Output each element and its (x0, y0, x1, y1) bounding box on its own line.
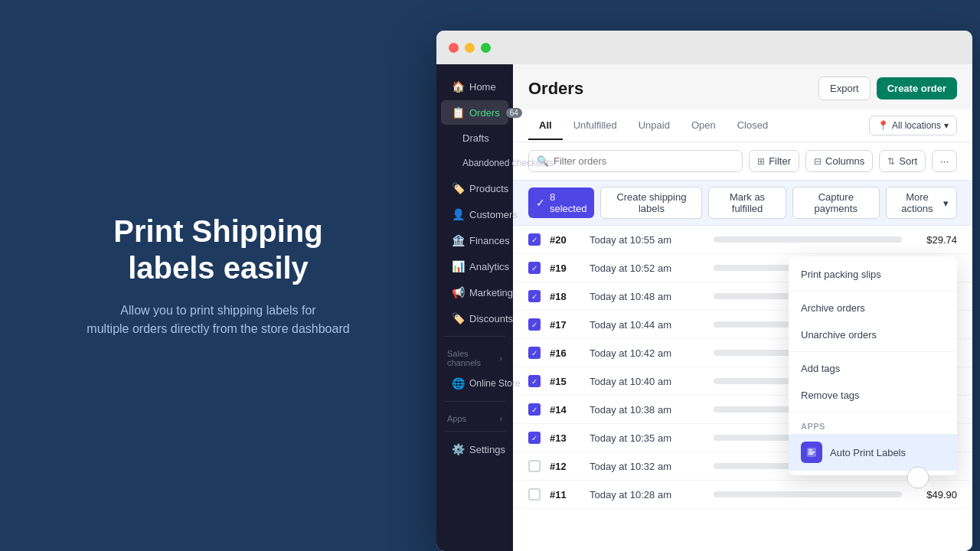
row-checkbox[interactable] (528, 460, 541, 472)
browser-window: 🏠 Home 📋 Orders 64 Drafts Abandoned chec… (436, 31, 972, 551)
order-number: #16 (550, 347, 580, 359)
sidebar-item-finances[interactable]: 🏦 Finances (441, 228, 508, 253)
order-number: #13 (550, 432, 580, 444)
row-checkbox[interactable]: ✓ (528, 375, 541, 387)
sort-button[interactable]: ⇅ Sort (879, 150, 926, 172)
filter-icon: ⊞ (757, 156, 765, 167)
sidebar-item-analytics[interactable]: 📊 Analytics (441, 254, 508, 279)
sidebar-label-discounts: Discounts (469, 313, 513, 324)
auto-print-app-icon (801, 442, 822, 463)
tab-unpaid[interactable]: Unpaid (628, 112, 681, 140)
columns-icon: ⊟ (814, 156, 822, 167)
order-time: Today at 10:42 am (590, 347, 704, 359)
sidebar-item-customers[interactable]: 👤 Customers (441, 202, 508, 227)
tab-open[interactable]: Open (681, 112, 727, 140)
sidebar-section-apps: Apps › (436, 406, 513, 426)
columns-label: Columns (825, 155, 864, 167)
mark-fulfilled-button[interactable]: Mark as fulfilled (708, 187, 786, 219)
online-store-icon: 🌐 (452, 377, 465, 390)
orders-icon: 📋 (452, 106, 465, 119)
order-number: #17 (550, 319, 580, 331)
location-label: All locations (892, 120, 941, 131)
customers-icon: 👤 (452, 208, 465, 220)
order-time: Today at 10:35 am (590, 432, 704, 444)
auto-print-labels-item[interactable]: Auto Print Labels (789, 434, 957, 471)
sidebar-item-marketing[interactable]: 📢 Marketing (441, 280, 508, 305)
row-checkbox[interactable]: ✓ (528, 262, 541, 274)
dropdown-item-archive[interactable]: Archive orders (789, 295, 957, 321)
location-filter-button[interactable]: 📍 All locations ▾ (869, 116, 957, 135)
sidebar-item-discounts[interactable]: 🏷️ Discounts (441, 306, 508, 331)
row-checkbox[interactable]: ✓ (528, 403, 541, 416)
apps-chevron-icon: › (500, 415, 502, 423)
tab-all[interactable]: All (528, 112, 563, 140)
orders-toolbar: 🔍 ⊞ Filter ⊟ Columns ⇅ Sort ··· (513, 142, 972, 181)
minimize-dot[interactable] (465, 43, 475, 53)
home-icon: 🏠 (452, 80, 465, 93)
dropdown-item-print-packing[interactable]: Print packing slips (789, 261, 957, 288)
hero-title: Print Shipping labels easily (113, 213, 322, 286)
sidebar-divider-2 (444, 401, 505, 402)
apps-section-label: APPS (789, 416, 957, 434)
sidebar-item-orders[interactable]: 📋 Orders 64 (441, 100, 508, 125)
sidebar-item-products[interactable]: 🏷️ Products (441, 176, 508, 201)
order-time: Today at 10:32 am (590, 461, 704, 472)
row-checkbox[interactable]: ✓ (528, 318, 541, 331)
close-dot[interactable] (449, 43, 459, 53)
dropdown-item-remove-tags[interactable]: Remove tags (789, 382, 957, 409)
order-number: #15 (550, 376, 580, 387)
create-order-button[interactable]: Create order (877, 77, 957, 99)
dropdown-divider-2 (789, 351, 957, 352)
order-time: Today at 10:40 am (590, 376, 704, 387)
row-checkbox[interactable]: ✓ (528, 233, 541, 246)
capture-payments-button[interactable]: Capture payments (792, 187, 880, 219)
maximize-dot[interactable] (481, 43, 491, 53)
bulk-action-bar: ✓ 8 selected Create shipping labels Mark… (513, 181, 972, 226)
search-box[interactable]: 🔍 (528, 150, 743, 172)
sidebar-label-drafts: Drafts (462, 132, 489, 144)
sidebar-label-analytics: Analytics (469, 261, 509, 272)
dropdown-item-unarchive[interactable]: Unarchive orders (789, 321, 957, 348)
order-number: #18 (550, 291, 580, 302)
sidebar-item-online-store[interactable]: 🌐 Online Store (441, 371, 508, 396)
analytics-icon: 📊 (452, 260, 465, 272)
row-checkbox[interactable]: ✓ (528, 290, 541, 302)
selected-count-label: 8 selected (550, 191, 586, 214)
auto-print-label: Auto Print Labels (830, 447, 906, 458)
order-number: #14 (550, 404, 580, 416)
order-number: #11 (550, 489, 580, 500)
sidebar-label-orders: Orders (469, 107, 500, 119)
more-actions-button[interactable]: More actions ▾ (886, 187, 957, 219)
sidebar-label-products: Products (469, 183, 508, 194)
svg-rect-2 (808, 454, 813, 455)
export-button[interactable]: Export (818, 77, 871, 100)
tab-closed[interactable]: Closed (727, 112, 779, 140)
row-checkbox[interactable]: ✓ (528, 432, 541, 444)
header-actions: Export Create order (818, 77, 957, 100)
order-amount: $49.90 (911, 489, 957, 500)
row-checkbox[interactable] (528, 488, 541, 500)
location-filter-area: 📍 All locations ▾ (869, 109, 957, 142)
table-row: ✓#20Today at 10:55 am$29.74 (513, 226, 972, 254)
hero-subtitle: Allow you to print shipping labels for m… (87, 302, 349, 338)
filter-button[interactable]: ⊞ Filter (749, 150, 799, 172)
order-time: Today at 10:44 am (590, 319, 704, 331)
sidebar-divider-3 (444, 431, 505, 432)
columns-button[interactable]: ⊟ Columns (805, 150, 873, 172)
selected-count-badge: ✓ 8 selected (528, 187, 594, 218)
settings-icon: ⚙️ (452, 443, 465, 455)
order-time: Today at 10:48 am (590, 291, 704, 302)
tab-unfulfilled[interactable]: Unfulfilled (563, 112, 628, 140)
sidebar-item-abandoned[interactable]: Abandoned checkouts (441, 152, 508, 174)
sidebar-item-home[interactable]: 🏠 Home (441, 74, 508, 99)
dropdown-item-add-tags[interactable]: Add tags (789, 355, 957, 382)
row-checkbox[interactable]: ✓ (528, 347, 541, 359)
more-options-button[interactable]: ··· (932, 150, 957, 172)
sidebar-label-finances: Finances (469, 235, 510, 246)
create-shipping-labels-button[interactable]: Create shipping labels (600, 187, 702, 219)
dropdown-divider-1 (789, 291, 957, 292)
sidebar-label-customers: Customers (469, 209, 518, 220)
search-input[interactable] (554, 155, 734, 167)
sidebar-item-settings[interactable]: ⚙️ Settings (441, 437, 508, 461)
sidebar-item-drafts[interactable]: Drafts (441, 126, 508, 150)
